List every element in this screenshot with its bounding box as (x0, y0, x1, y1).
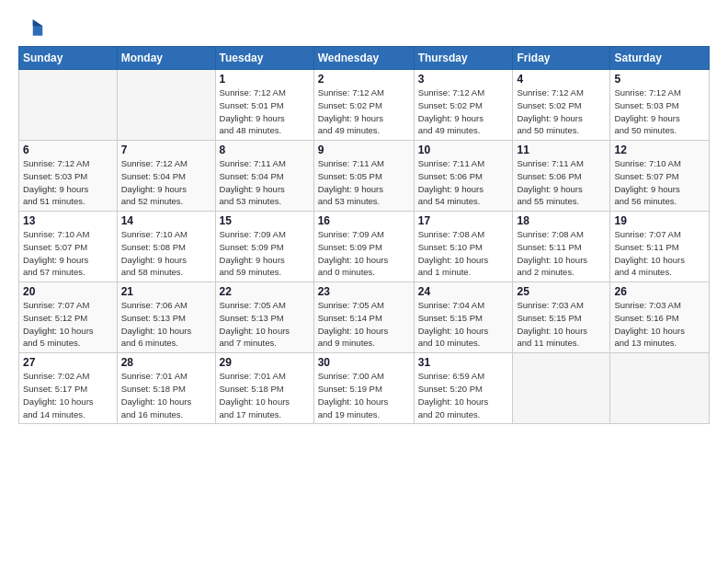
day-info: Sunrise: 7:09 AM Sunset: 5:09 PM Dayligh… (220, 228, 310, 279)
calendar-cell: 18Sunrise: 7:08 AM Sunset: 5:11 PM Dayli… (513, 212, 610, 282)
calendar-week-2: 6Sunrise: 7:12 AM Sunset: 5:03 PM Daylig… (19, 141, 710, 212)
day-number: 13 (23, 214, 113, 227)
day-info: Sunrise: 7:12 AM Sunset: 5:04 PM Dayligh… (121, 157, 211, 208)
day-number: 8 (220, 144, 310, 156)
day-number: 16 (318, 214, 410, 227)
day-number: 12 (614, 144, 705, 156)
calendar-cell: 20Sunrise: 7:07 AM Sunset: 5:12 PM Dayli… (19, 282, 118, 353)
calendar-cell (610, 353, 710, 424)
day-info: Sunrise: 7:12 AM Sunset: 5:02 PM Dayligh… (517, 86, 606, 137)
calendar-cell: 10Sunrise: 7:11 AM Sunset: 5:06 PM Dayli… (414, 141, 513, 212)
day-number: 4 (517, 73, 606, 86)
calendar-cell: 2Sunrise: 7:12 AM Sunset: 5:02 PM Daylig… (313, 70, 414, 141)
calendar-week-1: 1Sunrise: 7:12 AM Sunset: 5:01 PM Daylig… (19, 70, 710, 141)
day-number: 17 (418, 214, 509, 227)
calendar-cell: 15Sunrise: 7:09 AM Sunset: 5:09 PM Dayli… (215, 212, 313, 282)
calendar-cell: 29Sunrise: 7:01 AM Sunset: 5:18 PM Dayli… (215, 353, 313, 424)
day-info: Sunrise: 7:10 AM Sunset: 5:07 PM Dayligh… (23, 228, 113, 279)
calendar-cell: 21Sunrise: 7:06 AM Sunset: 5:13 PM Dayli… (117, 282, 215, 353)
calendar-cell (19, 70, 118, 141)
calendar: SundayMondayTuesdayWednesdayThursdayFrid… (18, 46, 710, 424)
calendar-cell (117, 70, 215, 141)
calendar-cell: 25Sunrise: 7:03 AM Sunset: 5:15 PM Dayli… (513, 282, 610, 353)
calendar-cell: 8Sunrise: 7:11 AM Sunset: 5:04 PM Daylig… (215, 141, 313, 212)
day-number: 7 (121, 144, 211, 156)
day-number: 2 (318, 73, 410, 86)
day-number: 21 (121, 285, 211, 298)
calendar-cell: 24Sunrise: 7:04 AM Sunset: 5:15 PM Dayli… (414, 282, 513, 353)
day-number: 20 (23, 285, 113, 298)
day-info: Sunrise: 7:11 AM Sunset: 5:06 PM Dayligh… (517, 157, 606, 208)
weekday-header-friday: Friday (513, 47, 610, 70)
calendar-cell: 16Sunrise: 7:09 AM Sunset: 5:09 PM Dayli… (313, 212, 414, 282)
day-info: Sunrise: 7:04 AM Sunset: 5:15 PM Dayligh… (418, 299, 509, 350)
day-info: Sunrise: 7:10 AM Sunset: 5:08 PM Dayligh… (121, 228, 211, 279)
day-number: 29 (220, 356, 310, 369)
day-number: 9 (318, 144, 410, 156)
day-info: Sunrise: 7:12 AM Sunset: 5:03 PM Dayligh… (23, 157, 113, 208)
day-number: 31 (418, 356, 509, 369)
calendar-cell: 9Sunrise: 7:11 AM Sunset: 5:05 PM Daylig… (313, 141, 414, 212)
calendar-cell: 13Sunrise: 7:10 AM Sunset: 5:07 PM Dayli… (19, 212, 118, 282)
calendar-week-5: 27Sunrise: 7:02 AM Sunset: 5:17 PM Dayli… (19, 353, 710, 424)
day-info: Sunrise: 7:11 AM Sunset: 5:06 PM Dayligh… (418, 157, 509, 208)
calendar-cell: 28Sunrise: 7:01 AM Sunset: 5:18 PM Dayli… (117, 353, 215, 424)
day-info: Sunrise: 7:12 AM Sunset: 5:03 PM Dayligh… (614, 86, 705, 137)
header (18, 15, 710, 40)
day-number: 11 (517, 144, 606, 156)
weekday-header-saturday: Saturday (610, 47, 710, 70)
day-info: Sunrise: 6:59 AM Sunset: 5:20 PM Dayligh… (418, 370, 509, 420)
day-number: 27 (23, 356, 113, 369)
day-number: 6 (23, 144, 113, 156)
calendar-cell: 27Sunrise: 7:02 AM Sunset: 5:17 PM Dayli… (19, 353, 118, 424)
calendar-cell: 26Sunrise: 7:03 AM Sunset: 5:16 PM Dayli… (610, 282, 710, 353)
day-number: 25 (517, 285, 606, 298)
day-number: 26 (614, 285, 705, 298)
day-info: Sunrise: 7:12 AM Sunset: 5:02 PM Dayligh… (418, 86, 509, 137)
day-info: Sunrise: 7:05 AM Sunset: 5:13 PM Dayligh… (220, 299, 310, 350)
calendar-cell: 31Sunrise: 6:59 AM Sunset: 5:20 PM Dayli… (414, 353, 513, 424)
weekday-header-monday: Monday (117, 47, 215, 70)
calendar-cell: 4Sunrise: 7:12 AM Sunset: 5:02 PM Daylig… (513, 70, 610, 141)
calendar-week-3: 13Sunrise: 7:10 AM Sunset: 5:07 PM Dayli… (19, 212, 710, 282)
calendar-cell: 11Sunrise: 7:11 AM Sunset: 5:06 PM Dayli… (513, 141, 610, 212)
calendar-cell (513, 353, 610, 424)
calendar-cell: 17Sunrise: 7:08 AM Sunset: 5:10 PM Dayli… (414, 212, 513, 282)
day-number: 14 (121, 214, 211, 227)
calendar-cell: 5Sunrise: 7:12 AM Sunset: 5:03 PM Daylig… (610, 70, 710, 141)
calendar-cell: 23Sunrise: 7:05 AM Sunset: 5:14 PM Dayli… (313, 282, 414, 353)
day-number: 15 (220, 214, 310, 227)
day-info: Sunrise: 7:08 AM Sunset: 5:10 PM Dayligh… (418, 228, 509, 279)
weekday-header-sunday: Sunday (19, 47, 118, 70)
day-info: Sunrise: 7:01 AM Sunset: 5:18 PM Dayligh… (121, 370, 211, 420)
day-number: 23 (318, 285, 410, 298)
calendar-cell: 12Sunrise: 7:10 AM Sunset: 5:07 PM Dayli… (610, 141, 710, 212)
weekday-header-tuesday: Tuesday (215, 47, 313, 70)
calendar-cell: 3Sunrise: 7:12 AM Sunset: 5:02 PM Daylig… (414, 70, 513, 141)
calendar-cell: 14Sunrise: 7:10 AM Sunset: 5:08 PM Dayli… (117, 212, 215, 282)
day-number: 1 (220, 73, 310, 86)
day-number: 18 (517, 214, 606, 227)
day-info: Sunrise: 7:09 AM Sunset: 5:09 PM Dayligh… (318, 228, 410, 279)
day-number: 19 (614, 214, 705, 227)
day-info: Sunrise: 7:11 AM Sunset: 5:04 PM Dayligh… (220, 157, 310, 208)
day-info: Sunrise: 7:03 AM Sunset: 5:16 PM Dayligh… (614, 299, 705, 350)
day-info: Sunrise: 7:03 AM Sunset: 5:15 PM Dayligh… (517, 299, 606, 350)
day-info: Sunrise: 7:08 AM Sunset: 5:11 PM Dayligh… (517, 228, 606, 279)
day-info: Sunrise: 7:05 AM Sunset: 5:14 PM Dayligh… (318, 299, 410, 350)
day-number: 30 (318, 356, 410, 369)
day-number: 22 (220, 285, 310, 298)
calendar-cell: 30Sunrise: 7:00 AM Sunset: 5:19 PM Dayli… (313, 353, 414, 424)
logo (18, 15, 48, 40)
calendar-cell: 1Sunrise: 7:12 AM Sunset: 5:01 PM Daylig… (215, 70, 313, 141)
day-info: Sunrise: 7:07 AM Sunset: 5:12 PM Dayligh… (23, 299, 113, 350)
weekday-header-wednesday: Wednesday (313, 47, 414, 70)
day-info: Sunrise: 7:00 AM Sunset: 5:19 PM Dayligh… (318, 370, 410, 420)
calendar-week-4: 20Sunrise: 7:07 AM Sunset: 5:12 PM Dayli… (19, 282, 710, 353)
calendar-cell: 22Sunrise: 7:05 AM Sunset: 5:13 PM Dayli… (215, 282, 313, 353)
day-number: 28 (121, 356, 211, 369)
day-info: Sunrise: 7:10 AM Sunset: 5:07 PM Dayligh… (614, 157, 705, 208)
day-info: Sunrise: 7:07 AM Sunset: 5:11 PM Dayligh… (614, 228, 705, 279)
day-number: 24 (418, 285, 509, 298)
day-number: 5 (614, 73, 705, 86)
